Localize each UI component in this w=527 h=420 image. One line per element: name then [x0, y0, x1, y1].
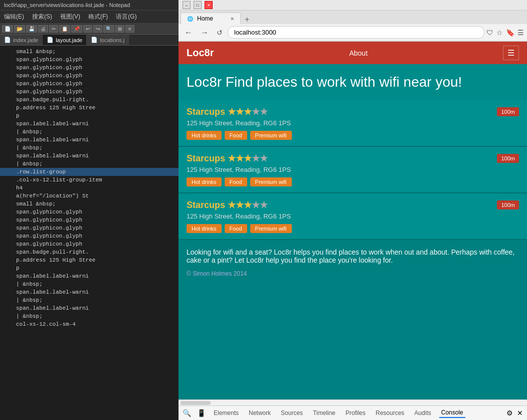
hero-brand: Loc8r: [187, 74, 222, 90]
code-line: | &nbsp;: [0, 144, 179, 152]
menu-format[interactable]: 格式(F): [86, 12, 110, 22]
location-header: Starcups ★★★★★ 100m: [187, 153, 519, 164]
location-address: 125 High Street, Reading, RG6 1PS: [187, 119, 519, 127]
devtools-tab-network[interactable]: Network: [247, 408, 273, 417]
toolbar-zoom[interactable]: ⊞: [115, 25, 124, 33]
back-button[interactable]: ←: [182, 27, 196, 38]
code-area: small &nbsp; span.glyphicon.glyph span.g…: [0, 46, 179, 420]
editor-tab-locations[interactable]: 📄 locations.j: [87, 35, 129, 45]
device-icon[interactable]: 📱: [197, 409, 206, 417]
devtools-tab-console[interactable]: Console: [439, 408, 465, 418]
devtools-tab-profiles[interactable]: Profiles: [343, 408, 368, 417]
star-filled: ★: [236, 107, 244, 117]
menu-language[interactable]: 语言(G): [114, 12, 138, 22]
menu-search[interactable]: 搜索(S): [30, 12, 54, 22]
code-line: span.label.label-warni: [0, 304, 179, 312]
toolbar-paste[interactable]: 📌: [71, 25, 82, 33]
star-filled: ★: [236, 200, 244, 210]
browser-toolbar-icons: 🛡 ☆ 🔖 ☰: [486, 29, 524, 37]
code-line: span.glyphicon.glyph: [0, 216, 179, 224]
devtools-tab-resources[interactable]: Resources: [374, 408, 406, 417]
code-line: | &nbsp;: [0, 312, 179, 320]
editor-tab-layout[interactable]: 📄 layout.jade: [43, 35, 87, 45]
website-content: Loc8r About ☰ Loc8r Find places to work …: [179, 42, 527, 399]
devtools-tab-audits[interactable]: Audits: [412, 408, 433, 417]
star-empty: ★: [260, 200, 268, 210]
navbar-toggle[interactable]: ☰: [503, 46, 519, 60]
location-name[interactable]: Starcups ★★★★★: [187, 153, 268, 164]
devtools-tab-elements[interactable]: Elements: [212, 408, 241, 417]
copyright-text: © Simon Holmes 2014: [187, 270, 519, 277]
code-line: small &nbsp;: [0, 48, 179, 56]
code-line: span.glyphicon.glyph: [0, 56, 179, 64]
toolbar-extra[interactable]: ≡: [125, 25, 134, 33]
tab-close-button[interactable]: ✕: [230, 16, 234, 22]
location-item: Starcups ★★★★★ 100m 125 High Street, Rea…: [179, 147, 527, 193]
new-tab-button[interactable]: +: [241, 15, 253, 24]
editor-tab-index[interactable]: 📄 index.jade: [0, 35, 43, 45]
browser-chrome: – □ ✕ 🌐 Home ✕ + ← → ↺ 🛡 ☆ 🔖 ☰: [179, 0, 527, 42]
location-distance: 100m: [497, 200, 519, 209]
code-line-highlighted: .row.list-group: [0, 168, 179, 176]
devtools-right-controls: ⚙ ✕: [506, 409, 523, 417]
code-line: p.address 125 High Stree: [0, 256, 179, 264]
code-line: span.glyphicon.glyph: [0, 232, 179, 240]
location-header: Starcups ★★★★★ 100m: [187, 199, 519, 211]
toolbar-redo[interactable]: ↪: [93, 25, 102, 33]
code-line: span.label.label-warni: [0, 288, 179, 296]
code-line: | &nbsp;: [0, 160, 179, 168]
window-buttons: – □ ✕: [183, 1, 213, 9]
devtools-tab-sources[interactable]: Sources: [279, 408, 305, 417]
code-line: span.glyphicon.glyph: [0, 240, 179, 248]
hero-title: Loc8r Find places to work with wifi near…: [187, 74, 519, 90]
devtools-tab-timeline[interactable]: Timeline: [311, 408, 337, 417]
code-line: p: [0, 264, 179, 272]
code-line: span.glyphicon.glyph: [0, 208, 179, 216]
star-filled: ★: [236, 153, 244, 163]
refresh-button[interactable]: ↺: [214, 28, 226, 38]
code-line: span.label.label-warni: [0, 136, 179, 144]
toolbar-undo[interactable]: ↩: [83, 25, 92, 33]
star-empty: ★: [252, 153, 260, 163]
toolbar-new[interactable]: 📄: [2, 25, 13, 33]
footer-text: Looking for wifi and a seat? Loc8r helps…: [187, 248, 519, 264]
toolbar-find[interactable]: 🔍: [103, 25, 114, 33]
toolbar-print[interactable]: 🖨: [38, 25, 48, 33]
code-line: span.label.label-warni: [0, 152, 179, 160]
maximize-button[interactable]: □: [194, 1, 202, 9]
location-tags: Hot drinksFoodPremium wifi: [187, 131, 519, 140]
navbar-nav: About: [349, 49, 368, 57]
location-name[interactable]: Starcups ★★★★★: [187, 199, 268, 211]
nav-link-about[interactable]: About: [349, 49, 368, 57]
scrollbar-thumb[interactable]: [181, 401, 211, 405]
browser-tab-home[interactable]: 🌐 Home ✕: [181, 13, 241, 24]
close-button[interactable]: ✕: [205, 1, 213, 9]
location-name[interactable]: Starcups ★★★★★: [187, 106, 268, 117]
devtools-close-icon[interactable]: ✕: [517, 409, 523, 417]
code-line: span.badge.pull-right.: [0, 248, 179, 256]
bookmark-icon[interactable]: 🔖: [506, 29, 514, 37]
forward-button[interactable]: →: [198, 27, 212, 38]
file-icon-locations: 📄: [91, 37, 98, 43]
address-bar[interactable]: [228, 26, 484, 39]
star-filled: ★: [228, 200, 236, 210]
minimize-button[interactable]: –: [183, 1, 191, 9]
menu-edit[interactable]: 编辑(E): [2, 12, 26, 22]
tab-label-layout: layout.jade: [56, 37, 82, 43]
editor-title: loc8r\app_server\views\locations-list.ja…: [0, 0, 179, 11]
toolbar-open[interactable]: 📂: [14, 25, 25, 33]
horizontal-scrollbar[interactable]: [179, 399, 527, 405]
devtools-settings-icon[interactable]: ⚙: [506, 409, 513, 417]
menu-view[interactable]: 视图(V): [58, 12, 82, 22]
code-line: p: [0, 112, 179, 120]
navbar-brand[interactable]: Loc8r: [187, 47, 214, 59]
location-tag: Food: [225, 224, 247, 233]
inspect-icon[interactable]: 🔍: [183, 409, 191, 417]
toolbar-cut[interactable]: ✂: [49, 25, 58, 33]
star-icon[interactable]: ☆: [496, 29, 503, 37]
code-line: span.label.label-warni: [0, 272, 179, 280]
toolbar-save[interactable]: 💾: [26, 25, 37, 33]
menu-icon[interactable]: ☰: [517, 29, 524, 37]
location-tag: Premium wifi: [250, 131, 292, 140]
toolbar-copy[interactable]: 📋: [59, 25, 70, 33]
